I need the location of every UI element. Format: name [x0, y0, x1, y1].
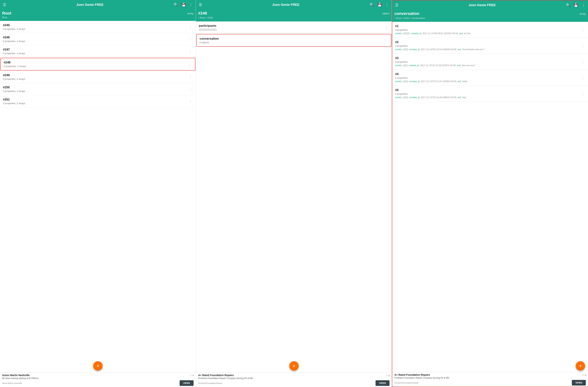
ad-open-btn-p1[interactable]: OPEN — [180, 380, 194, 386]
ad-open-btn-p3[interactable]: OPEN — [572, 380, 586, 386]
conv-item-5[interactable]: #5 3 properties sender: ........., creat… — [392, 86, 588, 102]
search-icon-p2[interactable]: 🔍 — [369, 2, 375, 8]
conversation-menu-btn[interactable]: ⋮ — [383, 38, 389, 43]
conv-menu-btn-1[interactable]: ⋮ — [580, 27, 586, 33]
participants-item[interactable]: participants ...........................… — [196, 22, 392, 34]
item-menu-btn[interactable]: ⋮ — [188, 24, 194, 30]
breadcrumb-type-p1: array — [188, 12, 194, 15]
item-menu-btn[interactable]: ⋮ — [188, 74, 194, 80]
back-arrow-p3[interactable]: ‹ — [394, 16, 395, 20]
sender-val-1: ............ — [403, 32, 410, 35]
ad-close-btn-p1[interactable]: ✕ — [192, 374, 194, 377]
conv-item-content-1: #1 3 properties sender: ............, cr… — [395, 24, 580, 35]
sender-val-4: ......... — [403, 80, 408, 83]
menu-icon-p1[interactable]: ☰ — [2, 2, 7, 8]
conv-item-meta-4: sender: ........., created_at: 2017-12-1… — [395, 80, 580, 83]
item-menu-btn[interactable]: ⋮ — [188, 98, 194, 104]
list-item-selected[interactable]: #248 0 properties, 2 arrays ⋮ — [0, 58, 195, 70]
app-title-p2: Json Genie FREE — [205, 3, 367, 7]
conv-item-1[interactable]: #1 3 properties sender: ............, cr… — [392, 22, 588, 38]
fab-button-p3[interactable]: + — [576, 361, 585, 371]
participants-subtitle: ................................ — [199, 28, 217, 31]
conv-menu-btn-2[interactable]: ⋮ — [580, 43, 586, 48]
toolbar-panel1: ☰ Json Genie FREE 🔍 💾 ⋮ — [0, 0, 196, 9]
conversation-content: conversation 5 objects — [200, 37, 383, 44]
save-icon-p3[interactable]: 💾 — [573, 2, 579, 8]
breadcrumb-label-p1: Root — [2, 11, 11, 16]
conv-item-props-1: 3 properties — [395, 28, 580, 31]
conv-item-id-5: #5 — [395, 88, 580, 92]
list-item[interactable]: #249 0 properties, 2 arrays ⋮ — [0, 71, 196, 83]
menu-icon-p3[interactable]: ☰ — [394, 2, 399, 8]
ad-banner-p2: A+ Rated Foundation Repairs Proficient F… — [196, 372, 392, 387]
more-icon-p2[interactable]: ⋮ — [384, 2, 390, 8]
ad-footer-p2: KeystoneFoundationRepair OPEN — [198, 380, 390, 386]
list-item-title: #247 — [3, 48, 188, 51]
more-icon-p3[interactable]: ⋮ — [581, 2, 586, 8]
ad-close-btn-p3[interactable]: ✕ — [584, 374, 587, 377]
conv-menu-btn-4[interactable]: ⋮ — [580, 75, 586, 81]
ad-badge-p2: ⓘ ✕ — [386, 374, 390, 377]
conv-item-4[interactable]: #4 3 properties sender: ........., creat… — [392, 70, 588, 86]
participants-menu-btn[interactable]: ⋮ — [384, 25, 390, 30]
list-item-title: #249 — [3, 73, 188, 77]
breadcrumb-path-p2[interactable]: ‹ Root > #248 — [198, 16, 390, 19]
conv-item-2[interactable]: #2 3 properties sender: ........., creat… — [392, 38, 588, 54]
search-icon-p3[interactable]: 🔍 — [565, 2, 571, 8]
list-item-title: #251 — [3, 98, 188, 101]
createdat-key-3: created_at — [409, 64, 419, 67]
more-icon-p1[interactable]: ⋮ — [189, 2, 194, 8]
search-icon-p1[interactable]: 🔍 — [173, 2, 179, 8]
conv-item-props-2: 3 properties — [395, 45, 580, 47]
conv-item-content-4: #4 3 properties sender: ........., creat… — [395, 72, 580, 83]
list-item-subtitle: 0 properties, 2 arrays — [3, 90, 188, 92]
sender-val-3: ........ — [403, 64, 407, 67]
list-item-title: #246 — [3, 36, 188, 39]
ad-close-btn-p2[interactable]: ✕ — [388, 374, 390, 377]
save-icon-p2[interactable]: 💾 — [377, 2, 383, 8]
list-item-subtitle: 0 properties, 2 arrays — [3, 28, 188, 30]
fab-icon-p1: + — [96, 363, 99, 369]
root-list: #245 0 properties, 2 arrays ⋮ #246 0 pro… — [0, 21, 196, 372]
back-arrow-p2[interactable]: ‹ — [198, 16, 199, 19]
ad-open-btn-p2[interactable]: OPEN — [376, 380, 390, 386]
conv-menu-btn-5[interactable]: ⋮ — [580, 91, 586, 96]
list-item[interactable]: #250 0 properties, 2 arrays ⋮ — [0, 83, 196, 95]
breadcrumb-label-p2: #248 — [198, 11, 207, 16]
list-item[interactable]: #245 0 properties, 2 arrays ⋮ — [0, 21, 196, 33]
createdat-key-4: created_at — [409, 80, 420, 83]
sender-key-4: sender — [395, 80, 402, 83]
fab-icon-p2: + — [293, 363, 295, 369]
item-menu-btn[interactable]: ⋮ — [188, 36, 194, 42]
conv-menu-btn-3[interactable]: ⋮ — [580, 59, 586, 65]
item-menu-btn[interactable]: ⋮ — [188, 86, 194, 92]
list-item-content: #246 0 properties, 2 arrays — [3, 36, 188, 43]
fab-button-p2[interactable]: + — [289, 361, 299, 371]
menu-icon-p2[interactable]: ☰ — [198, 2, 203, 8]
conversation-list: #1 3 properties sender: ............, cr… — [392, 22, 588, 372]
sender-key-5: sender — [395, 96, 402, 99]
text-key-5: text — [458, 96, 461, 99]
list-item-subtitle: 0 properties, 2 arrays — [3, 52, 188, 55]
ad-content-p1: Aston Martin Nashville $0 down leasing s… — [2, 374, 194, 386]
panel-248: ☰ Json Genie FREE 🔍 💾 ⋮ #248 object ‹ Ro… — [196, 0, 392, 387]
ad-badge-p3: ⓘ ✕ — [582, 374, 587, 377]
sender-key-3: sender — [395, 64, 402, 67]
list-item[interactable]: #247 0 properties, 2 arrays ⋮ — [0, 45, 196, 57]
item-menu-btn[interactable]: ⋮ — [187, 61, 193, 67]
sender-key-2: sender — [395, 48, 402, 51]
conv-item-3[interactable]: #3 3 properties sender: ........, create… — [392, 54, 588, 70]
save-icon-p1[interactable]: 💾 — [181, 2, 187, 8]
sender-val-5: ......... — [403, 96, 408, 98]
list-item-title: #250 — [3, 86, 188, 89]
list-item[interactable]: #246 0 properties, 2 arrays ⋮ — [0, 33, 196, 45]
ad-footer-p1: Aston Martin Nashville OPEN — [2, 380, 194, 386]
breadcrumb-title-p2: #248 object — [198, 11, 390, 16]
breadcrumb-path-p3[interactable]: ‹ Root > #248 > conversation — [394, 16, 586, 20]
list-item[interactable]: #251 0 properties, 2 arrays ⋮ — [0, 95, 196, 107]
conversation-item-selected[interactable]: conversation 5 objects ⋮ — [196, 34, 391, 47]
text-key-2: text — [458, 48, 461, 51]
ad-content-p2: A+ Rated Foundation Repairs Proficient F… — [198, 374, 390, 386]
item-menu-btn[interactable]: ⋮ — [188, 48, 194, 54]
breadcrumb-label-p3: conversation — [394, 11, 419, 16]
